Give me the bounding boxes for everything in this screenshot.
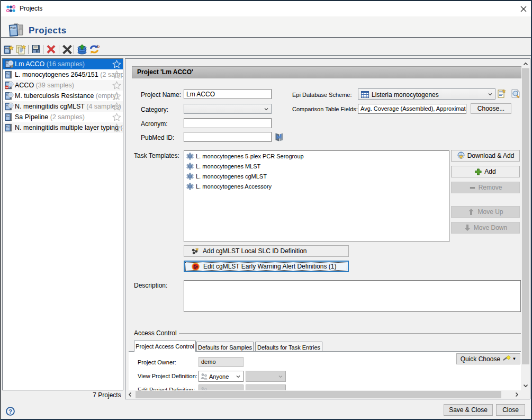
svg-text:Pro: Pro xyxy=(6,115,10,118)
svg-text:Proj: Proj xyxy=(5,48,9,50)
svg-text:Pro: Pro xyxy=(6,73,10,75)
svg-text:Pro: Pro xyxy=(6,126,10,128)
svg-text:D: D xyxy=(97,45,100,48)
svg-text:?: ? xyxy=(8,408,12,415)
svg-text:Proje: Proje xyxy=(10,26,16,30)
